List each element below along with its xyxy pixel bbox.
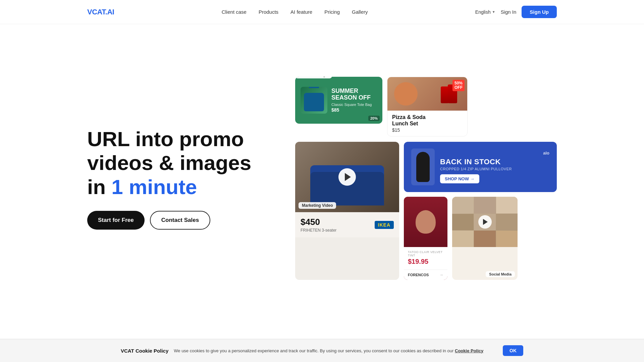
nav-links: Client case Products AI feature Pricing … [222,9,368,15]
nav-client-case[interactable]: Client case [222,9,247,15]
alo-logo: alo [440,150,549,156]
play-icon [345,173,351,181]
shop-now-button[interactable]: SHOP NOW → [440,174,479,183]
marketing-video-card: Marketing Video $450 FRIHETEN 3-seater I… [295,142,399,280]
model-image [411,148,435,185]
cookie-banner: VCAT Cookie Policy We use cookies to giv… [0,339,644,362]
banner-price: $85 [331,107,372,113]
social-tile-9 [496,231,518,247]
nav-right: English ▼ Sign In Sign Up [475,6,557,18]
cookie-text: We use cookies to give you a personalize… [174,348,497,353]
signup-button[interactable]: Sign Up [522,6,557,18]
nav-gallery[interactable]: Gallery [352,9,368,15]
back-in-stock-title: BACK IN STOCK [440,158,549,166]
video-price-info: $450 FRIHETEN 3-seater [301,217,336,233]
pizza-title: Pizza & Soda Lunch Set [392,114,463,127]
cards-row-2: Marketing Video $450 FRIHETEN 3-seater I… [295,142,557,280]
cookie-text-content: We use cookies to give you a personalize… [174,348,453,353]
right-column: alo BACK IN STOCK CROPPED 1/4 ZIP ALUMNI… [404,142,557,280]
fifty-off-badge: 50% OFF [452,80,465,91]
makeup-brand: FORENCOS [408,273,429,277]
forencos-card: Tatoo Clair Velvet Tint $19.95 FORENCOS … [404,197,447,280]
hero-buttons: Start for Free Contact Sales [87,211,268,230]
signin-button[interactable]: Sign In [501,9,517,15]
social-tile-2 [474,197,495,213]
pizza-shape [394,82,418,106]
language-selector[interactable]: English ▼ [475,9,495,15]
hero-cards: Banner Image SUMMER SEASON OFF Classic S… [282,77,557,280]
back-in-stock-subtitle: CROPPED 1/4 ZIP ALUMNI PULLOVER [440,167,549,171]
banner-image-card: Banner Image SUMMER SEASON OFF Classic S… [295,77,382,124]
bag-body-shape [304,93,324,111]
language-label: English [475,9,491,15]
banner-image-placeholder [301,87,327,114]
pizza-image-area: 50% OFF [387,77,467,111]
pizza-price: $15 [392,127,463,133]
makeup-image-area [404,197,447,247]
start-free-button[interactable]: Start for Free [87,211,145,230]
social-tile-4 [452,214,474,230]
social-image-area [452,197,518,247]
navbar: VCAT.AI Client case Products AI feature … [0,0,644,24]
logo-text: VCAT.AI [87,8,114,16]
contact-sales-button[interactable]: Contact Sales [150,211,210,230]
video-product-name: FRIHETEN 3-seater [301,228,336,233]
marketing-video-label: Marketing Video [299,202,336,209]
chevron-down-icon: ▼ [492,10,495,14]
arrow-icon: → [439,273,443,277]
play-button[interactable] [338,168,356,186]
hero-title-prefix: in [87,175,111,198]
model-silhouette [416,152,430,182]
social-tile-7 [452,231,474,247]
back-in-stock-card: alo BACK IN STOCK CROPPED 1/4 ZIP ALUMNI… [404,142,557,192]
social-media-card: Social Media [452,197,518,280]
makeup-price: $19.95 [408,258,443,265]
video-area: Marketing Video [295,142,399,212]
back-in-stock-content: alo BACK IN STOCK CROPPED 1/4 ZIP ALUMNI… [440,150,549,183]
social-tile-1 [452,197,474,213]
hero-section: URL into promo videos & images in 1 minu… [0,24,644,326]
bag-handle-shape [309,87,319,88]
makeup-product-label: Tatoo Clair Velvet Tint [408,250,443,257]
pizza-info: Pizza & Soda Lunch Set $15 [387,111,467,136]
video-product-info: $450 FRIHETEN 3-seater IKEA [295,212,399,237]
nav-products[interactable]: Products [259,9,278,15]
bottom-cards-row: Tatoo Clair Velvet Tint $19.95 FORENCOS … [404,197,557,280]
hero-title: URL into promo videos & images in 1 minu… [87,127,268,199]
pizza-soda-card: 50% OFF Pizza & Soda Lunch Set $15 [387,77,468,136]
cookie-policy-link[interactable]: Cookie Policy [455,348,483,353]
cookie-ok-button[interactable]: OK [503,345,523,356]
social-tile-6 [496,214,518,230]
social-media-label: Social Media [486,271,515,277]
banner-season: SUMMER [331,87,358,94]
banner-image-label: Banner Image [295,77,332,78]
banner-season-text: SUMMER SEASON OFF [331,88,372,101]
social-play-button[interactable] [478,215,492,229]
banner-text-content: SUMMER SEASON OFF Classic Square Tote Ba… [331,88,372,113]
video-price: $450 [301,217,336,227]
makeup-info: Tatoo Clair Velvet Tint $19.95 [404,247,447,269]
ikea-logo: IKEA [375,221,394,229]
logo[interactable]: VCAT.AI [87,8,114,16]
banner-product-name: Classic Square Tote Bag [331,103,372,107]
social-play-icon [483,219,488,225]
nav-pricing[interactable]: Pricing [324,9,340,15]
cookie-title: VCAT Cookie Policy [121,348,168,354]
fifty-off-text: OFF [454,85,463,90]
banner-discount-badge: 20% [368,116,380,121]
banner-season2: SEASON OFF [331,94,371,101]
hero-title-highlight: 1 minute [111,175,197,198]
cards-row-1: Banner Image SUMMER SEASON OFF Classic S… [295,77,557,136]
social-tile-3 [496,197,518,213]
social-tile-8 [474,231,495,247]
hero-title-line2: videos & images [87,151,251,174]
makeup-face-shape [416,210,436,234]
makeup-footer: FORENCOS → [404,269,447,280]
nav-ai-feature[interactable]: AI feature [290,9,312,15]
pizza-title-text: Pizza & Soda [392,114,426,120]
hero-title-line1: URL into promo [87,127,244,150]
hero-text: URL into promo videos & images in 1 minu… [87,127,282,230]
pizza-subtitle-text: Lunch Set [392,121,418,126]
